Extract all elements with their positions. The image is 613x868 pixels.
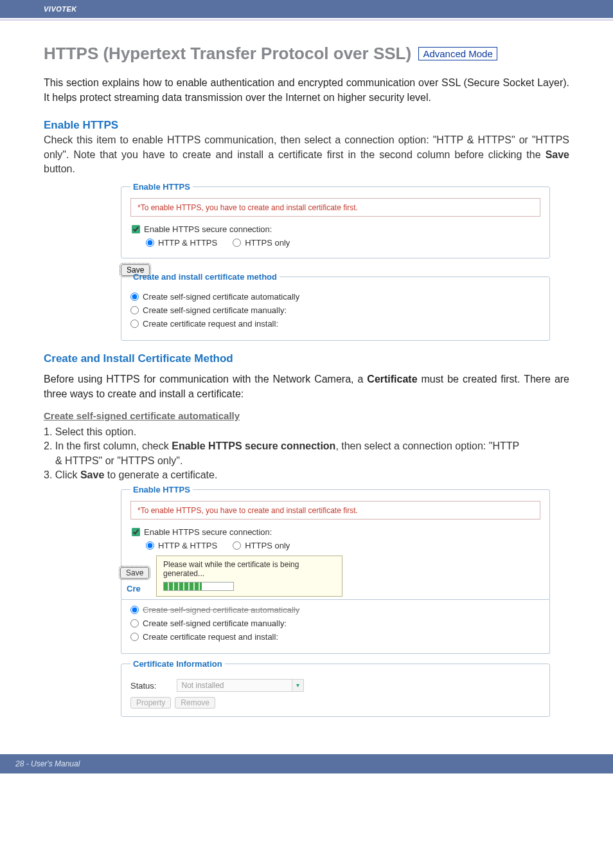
page-footer: 28 - User's Manual (0, 754, 613, 773)
status-label: Status: (130, 681, 156, 691)
footer-text: 28 - User's Manual (15, 759, 80, 768)
step-3: 3. Click Save to generate a certificate. (44, 468, 569, 482)
radio-auto[interactable] (130, 293, 139, 301)
loading-tooltip: Please wait while the certificate is bei… (156, 556, 342, 597)
certificate-info-legend: Certificate Information (130, 659, 225, 669)
property-button[interactable]: Property (130, 697, 171, 709)
step-2: 2. In the first column, check Enable HTT… (44, 439, 569, 468)
radio-auto-label: Create self-signed certificate automatic… (143, 292, 299, 302)
page-title: HTTPS (Hypertext Transfer Protocol over … (44, 44, 569, 64)
radio-https-only-2[interactable]: HTTPS only (233, 541, 290, 550)
radio-auto-label-strike: Create self-signed certificate automatic… (143, 605, 299, 615)
intro-paragraph: This section explains how to enable auth… (44, 75, 569, 105)
brand-label: VIVOTEK (44, 5, 77, 13)
loading-overlay: Save Cre Please wait while the certifica… (120, 556, 540, 597)
notice-text-2: *To enable HTTPS, you have to create and… (138, 506, 358, 515)
enable-https-heading: Enable HTTPS (44, 119, 569, 132)
radio-http-https-input[interactable] (146, 239, 154, 247)
enable-https-checkbox-label: Enable HTTPS secure connection: (144, 224, 272, 234)
radio-request[interactable] (130, 320, 139, 328)
radio-manual[interactable] (130, 306, 139, 314)
header-bar: VIVOTEK (0, 0, 613, 18)
enable-https-legend-2: Enable HTTPS (130, 485, 193, 494)
notice-text: *To enable HTTPS, you have to create and… (138, 203, 358, 212)
panel-group-1: Enable HTTPS *To enable HTTPS, you have … (44, 182, 569, 341)
enable-https-notice-2: *To enable HTTPS, you have to create and… (130, 501, 540, 520)
enable-https-checkbox[interactable] (132, 225, 140, 233)
radio-https-only-input-2[interactable] (233, 541, 241, 550)
progress-bar (163, 582, 234, 591)
auto-sub-heading: Create self-signed certificate automatic… (44, 410, 569, 421)
create-method-panel: Create and install certificate method Cr… (121, 272, 550, 341)
radio-request-label-2: Create certificate request and install: (143, 632, 278, 642)
progress-fill (164, 583, 202, 590)
enable-https-paragraph: Check this item to enable HTTPS communic… (44, 133, 569, 176)
radio-http-https-input-2[interactable] (146, 541, 154, 550)
create-method-legend: Create and install certificate method (130, 272, 280, 282)
certificate-info-panel: Certificate Information Status: ▾ Proper… (121, 659, 550, 717)
enable-https-checkbox-2[interactable] (132, 528, 140, 536)
auto-steps-list: 1. Select this option. 2. In the first c… (44, 425, 569, 483)
page-content: HTTPS (Hypertext Transfer Protocol over … (0, 21, 613, 754)
create-install-heading: Create and Install Certificate Method (44, 352, 569, 365)
radio-request-label: Create certificate request and install: (143, 319, 278, 329)
loading-msg-2: generated... (163, 569, 335, 578)
enable-https-checkbox-label-2: Enable HTTPS secure connection: (144, 527, 272, 537)
radio-manual-2[interactable] (130, 619, 139, 628)
title-main: HTTPS (Hypertext Transfer Protocol over … (44, 44, 411, 63)
enable-https-legend: Enable HTTPS (130, 182, 193, 192)
remove-button[interactable]: Remove (175, 697, 215, 709)
enable-https-notice: *To enable HTTPS, you have to create and… (130, 198, 540, 217)
radio-manual-label-2: Create self-signed certificate manually: (143, 619, 287, 628)
radio-manual-label: Create self-signed certificate manually: (143, 305, 287, 315)
loading-msg-1: Please wait while the certificate is bei… (163, 560, 335, 569)
create-method-panel-2: Create self-signed certificate automatic… (121, 599, 550, 654)
radio-request-2[interactable] (130, 633, 139, 641)
radio-auto-2[interactable] (130, 606, 139, 614)
radio-https-only[interactable]: HTTPS only (233, 238, 290, 248)
radio-http-and-https-2[interactable]: HTTP & HTTPS (146, 541, 217, 550)
advanced-mode-badge: Advanced Mode (418, 47, 497, 60)
panel-group-2: Enable HTTPS *To enable HTTPS, you have … (44, 485, 569, 717)
enable-https-panel: Enable HTTPS *To enable HTTPS, you have … (121, 182, 550, 258)
enable-https-panel-2: Enable HTTPS *To enable HTTPS, you have … (121, 485, 550, 600)
radio-https-only-input[interactable] (233, 239, 241, 247)
chevron-down-icon: ▾ (292, 679, 304, 692)
save-button-loading[interactable]: Save (120, 567, 149, 579)
status-field (177, 679, 292, 692)
step-1: 1. Select this option. (44, 425, 569, 439)
create-install-paragraph: Before using HTTPS for communication wit… (44, 372, 569, 401)
cre-truncated-label: Cre (127, 584, 141, 593)
radio-http-and-https[interactable]: HTTP & HTTPS (146, 238, 217, 248)
